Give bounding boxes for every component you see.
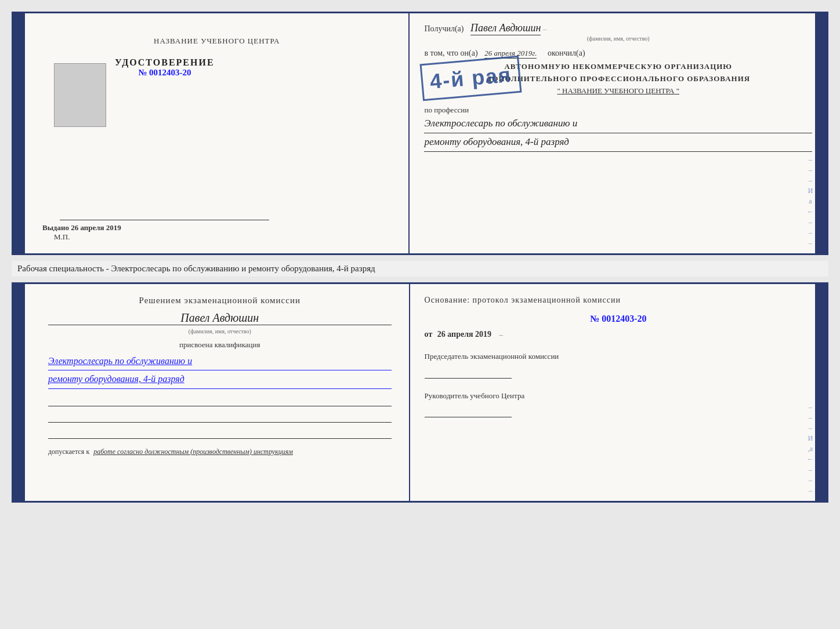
chairman-label: Председатель экзаменационной комиссии [425, 351, 812, 362]
person-name: Павел Авдюшин [470, 22, 541, 35]
cert-title-block: УДОСТОВЕРЕНИЕ № 0012403-20 [115, 57, 215, 78]
assigned-label: присвоена квалификация [48, 340, 392, 350]
commission-title: Решением экзаменационной комиссии [48, 296, 392, 306]
osnov-label: Основание: протокол экзаменационной коми… [425, 296, 812, 305]
допускается-line: допускается к работе согласно должностны… [48, 448, 392, 456]
cert-number: № 0012403-20 [115, 68, 215, 78]
bottom-right-side-chars: – – – И ,а ← – – – [807, 284, 814, 501]
spine-right [815, 13, 827, 253]
profession-line2: ремонту оборудования, 4-й разряд [424, 133, 812, 152]
right-side-chars: – – – И а ← – – – [807, 13, 814, 253]
head-sig-line [425, 406, 512, 417]
vtom-line: в том, что он(а) 26 апреля 2019г. окончи… [424, 49, 812, 58]
ot-line: от 26 апреля 2019 – [425, 330, 812, 339]
profession-line1: Электрослесарь по обслуживанию и [424, 115, 812, 133]
sig-line-3 [48, 427, 392, 439]
cert-title: УДОСТОВЕРЕНИЕ [115, 57, 215, 68]
middle-label: Рабочая специальность - Электрослесарь п… [12, 261, 828, 277]
received-line: Получил(а) Павел Авдюшин – (фамилия, имя… [424, 22, 812, 42]
sig-line-1 [48, 395, 392, 406]
profession-block: по профессии Электрослесарь по обслужива… [424, 106, 812, 151]
bottom-left-panel: Решением экзаменационной комиссии Павел … [25, 284, 410, 501]
bottom-spine-left [13, 284, 25, 501]
doc-right-panel: Получил(а) Павел Авдюшин – (фамилия, имя… [410, 13, 827, 253]
qualification-line1: Электрослесарь по обслуживанию и [48, 352, 392, 370]
signature-lines [48, 395, 392, 439]
bottom-fio-sublabel: (фамилия, имя, отчество) [48, 328, 392, 335]
issued-line: Выдано 26 апреля 2019 [42, 223, 391, 232]
bottom-right-panel: Основание: протокол экзаменационной коми… [410, 284, 827, 501]
doc-left-panel: НАЗВАНИЕ УЧЕБНОГО ЦЕНТРА УДОСТОВЕРЕНИЕ №… [25, 13, 410, 253]
bottom-document: Решением экзаменационной комиссии Павел … [12, 282, 828, 503]
qualification-line2: ремонту оборудования, 4-й разряд [48, 370, 392, 388]
sig-line-2 [48, 411, 392, 423]
mp-label: М.П. [54, 232, 70, 242]
photo-placeholder [54, 63, 106, 127]
center-title: НАЗВАНИЕ УЧЕБНОГО ЦЕНТРА [154, 37, 280, 46]
head-label: Руководитель учебного Центра [425, 390, 812, 402]
bottom-person-name: Павел Авдюшин [48, 311, 392, 325]
protocol-number: № 0012403-20 [425, 314, 812, 324]
chairman-sig-line [425, 367, 512, 379]
bottom-spine-right [815, 284, 827, 501]
spine-left [13, 13, 25, 253]
stamp-number: 4-й рая [429, 63, 513, 94]
top-document: НАЗВАНИЕ УЧЕБНОГО ЦЕНТРА УДОСТОВЕРЕНИЕ №… [12, 12, 828, 255]
fio-sublabel: (фамилия, имя, отчество) [424, 35, 812, 42]
